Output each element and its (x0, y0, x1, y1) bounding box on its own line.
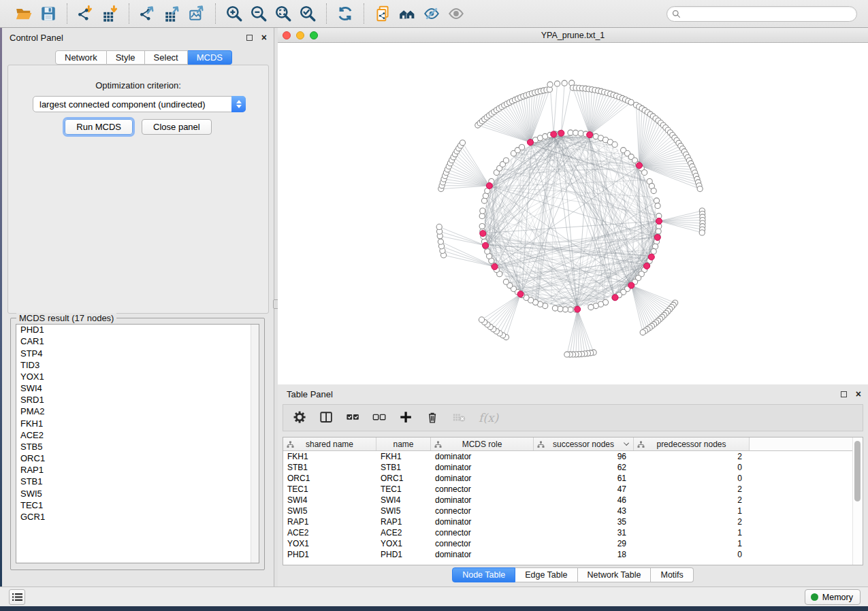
cell-shared-name[interactable]: FKH1 (283, 451, 376, 462)
cell-predecessor-nodes[interactable]: 2 (634, 484, 750, 495)
run-mcds-button[interactable]: Run MCDS (65, 119, 133, 135)
mcds-result-item[interactable]: ACE2 (16, 430, 259, 442)
mcds-result-item[interactable]: STP4 (16, 348, 259, 359)
table-row[interactable]: ACE2ACE2connector311 (283, 527, 863, 538)
network-canvas[interactable] (278, 43, 868, 384)
column-header-shared-name[interactable]: shared name (283, 437, 376, 450)
criterion-dropdown[interactable]: largest connected component (undirected) (33, 96, 246, 112)
cell-successor-nodes[interactable]: 61 (534, 473, 634, 484)
select-all-check-button[interactable] (346, 410, 361, 425)
open-session-button[interactable] (14, 3, 34, 24)
apply-layout-button[interactable] (335, 3, 355, 24)
gear-button[interactable] (293, 410, 308, 425)
show-all-button[interactable] (446, 3, 466, 24)
tab-network[interactable]: Network (55, 50, 107, 65)
close-panel-button[interactable]: Close panel (142, 119, 212, 135)
zoom-in-button[interactable] (224, 3, 244, 24)
export-table-button[interactable] (162, 3, 182, 24)
cell-name[interactable]: YOX1 (376, 538, 431, 549)
cell-predecessor-nodes[interactable]: 2 (634, 516, 750, 527)
cell-predecessor-nodes[interactable]: 0 (634, 462, 750, 473)
mcds-result-item[interactable]: YOX1 (16, 371, 259, 383)
delete-column-button[interactable] (425, 410, 440, 425)
mcds-result-item[interactable]: SWI5 (16, 488, 259, 499)
mcds-result-item[interactable]: PMA2 (16, 406, 259, 418)
table-row[interactable]: YOX1YOX1connector291 (283, 538, 863, 549)
cell-MCDS-role[interactable]: connector (431, 506, 534, 516)
cell-predecessor-nodes[interactable]: 0 (634, 549, 750, 560)
table-row[interactable]: TEC1TEC1connector472 (283, 484, 863, 495)
cell-MCDS-role[interactable]: dominator (431, 462, 534, 473)
cell-name[interactable]: SWI5 (376, 506, 431, 516)
tab-style[interactable]: Style (107, 50, 145, 65)
close-window-icon[interactable] (283, 31, 291, 39)
cell-successor-nodes[interactable]: 29 (534, 538, 634, 549)
float-table-panel-icon[interactable] (841, 391, 847, 397)
tab-mcds[interactable]: MCDS (188, 50, 232, 65)
cell-shared-name[interactable]: ORC1 (283, 473, 376, 484)
first-neighbors-button[interactable] (397, 3, 417, 24)
cell-successor-nodes[interactable]: 35 (534, 516, 634, 527)
mcds-result-item[interactable]: TEC1 (16, 500, 259, 512)
zoom-selected-button[interactable] (298, 3, 318, 24)
mcds-result-item[interactable]: PHD1 (16, 325, 259, 336)
table-row[interactable]: PHD1PHD1dominator180 (283, 549, 863, 560)
cell-MCDS-role[interactable]: connector (431, 538, 534, 549)
export-image-button[interactable] (187, 3, 207, 24)
mcds-result-item[interactable]: CAR1 (16, 336, 259, 348)
cell-predecessor-nodes[interactable]: 0 (634, 473, 750, 484)
table-row[interactable]: SWI4SWI4dominator462 (283, 495, 863, 506)
memory-button[interactable]: Memory (805, 589, 861, 605)
cell-MCDS-role[interactable]: dominator (431, 473, 534, 484)
cell-successor-nodes[interactable]: 62 (534, 462, 634, 473)
cell-predecessor-nodes[interactable]: 1 (634, 527, 750, 538)
mcds-result-item[interactable]: FKH1 (16, 418, 259, 429)
cell-predecessor-nodes[interactable]: 2 (634, 495, 750, 506)
table-row[interactable]: ORC1ORC1dominator610 (283, 473, 863, 484)
cell-predecessor-nodes[interactable]: 1 (634, 506, 750, 516)
column-header-predecessor-nodes[interactable]: predecessor nodes (634, 437, 750, 450)
column-header-successor-nodes[interactable]: successor nodes (534, 437, 634, 450)
tab-edge-table[interactable]: Edge Table (515, 567, 577, 582)
cell-shared-name[interactable]: TEC1 (283, 484, 376, 495)
task-history-button[interactable] (9, 589, 25, 605)
cell-name[interactable]: SWI4 (376, 495, 431, 506)
cell-successor-nodes[interactable]: 46 (534, 495, 634, 506)
cell-name[interactable]: ACE2 (376, 527, 431, 538)
minimize-window-icon[interactable] (296, 31, 304, 39)
cell-name[interactable]: TEC1 (376, 484, 431, 495)
mcds-result-item[interactable]: STB5 (16, 442, 259, 453)
float-panel-icon[interactable] (246, 35, 253, 41)
cell-successor-nodes[interactable]: 31 (534, 527, 634, 538)
cell-name[interactable]: RAP1 (376, 516, 431, 527)
mcds-list-scrollbar[interactable] (251, 325, 259, 563)
mcds-result-item[interactable]: GCR1 (16, 512, 259, 523)
close-panel-icon[interactable]: × (261, 34, 267, 41)
mcds-result-item[interactable]: ORC1 (16, 453, 259, 465)
cell-shared-name[interactable]: YOX1 (283, 538, 376, 549)
cell-successor-nodes[interactable]: 18 (534, 549, 634, 560)
mcds-result-item[interactable]: STB1 (16, 476, 259, 488)
maximize-window-icon[interactable] (310, 31, 318, 39)
import-table-button[interactable] (100, 3, 120, 24)
cell-shared-name[interactable]: SWI5 (283, 506, 376, 516)
table-scrollbar-thumb[interactable] (854, 441, 861, 501)
mcds-result-item[interactable]: TID3 (16, 360, 259, 371)
cell-MCDS-role[interactable]: dominator (431, 495, 534, 506)
cell-name[interactable]: FKH1 (376, 451, 431, 462)
network-clone-button[interactable] (372, 3, 393, 24)
mcds-result-item[interactable]: RAP1 (16, 465, 259, 476)
export-network-button[interactable] (138, 3, 158, 24)
mcds-result-item[interactable]: SWI4 (16, 383, 259, 395)
tab-network-table[interactable]: Network Table (578, 567, 652, 582)
cell-predecessor-nodes[interactable]: 1 (634, 538, 750, 549)
tab-motifs[interactable]: Motifs (651, 567, 693, 582)
hide-selected-button[interactable] (421, 3, 442, 24)
tab-node-table[interactable]: Node Table (452, 567, 515, 582)
network-window-titlebar[interactable]: YPA_prune.txt_1 (278, 28, 868, 43)
cell-successor-nodes[interactable]: 47 (534, 484, 634, 495)
cell-MCDS-role[interactable]: dominator (431, 451, 534, 462)
cell-shared-name[interactable]: ACE2 (283, 527, 376, 538)
cell-shared-name[interactable]: RAP1 (283, 516, 376, 527)
add-column-button[interactable] (399, 410, 414, 425)
